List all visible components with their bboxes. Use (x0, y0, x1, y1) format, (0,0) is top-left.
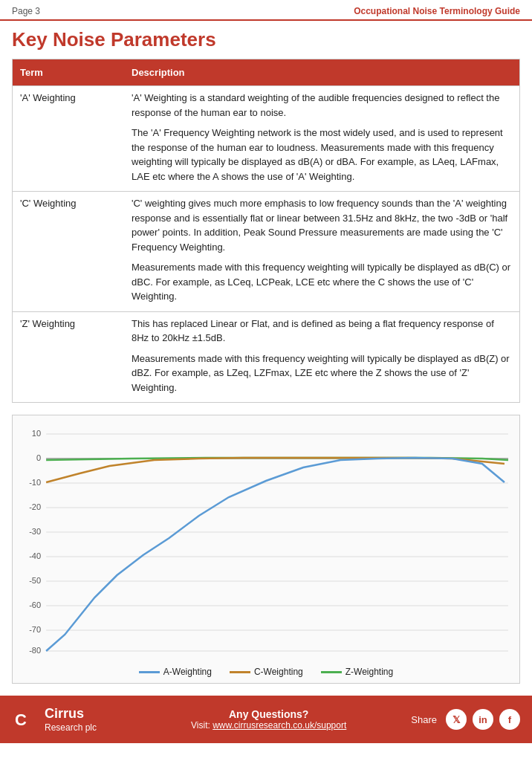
legend-line-c (230, 671, 250, 673)
svg-text:-30: -30 (29, 527, 41, 536)
table-row: 'C' Weighting 'C' weighting gives much m… (13, 191, 519, 311)
legend-label-z: Z-Weighting (346, 667, 393, 677)
legend-line-z (321, 671, 342, 673)
svg-text:-20: -20 (29, 502, 41, 511)
desc-z-weighting: This has replaced Linear or Flat, and is… (124, 312, 519, 403)
svg-text:-10: -10 (29, 478, 41, 487)
svg-text:-70: -70 (29, 625, 41, 634)
page-title: Key Noise Parameters (0, 21, 532, 59)
desc-c-weighting-p1: 'C' weighting gives much more emphasis t… (132, 196, 512, 254)
col-header-description: Description (124, 64, 519, 81)
visit-label: Visit: (191, 720, 210, 731)
share-label: Share (411, 714, 437, 725)
footer-logo: C Cirrus Research plc (12, 706, 97, 733)
legend-line-a (139, 671, 160, 673)
chart-legend: A-Weighting C-Weighting Z-Weighting (20, 661, 512, 683)
visit-line: Visit: www.cirrusresearch.co.uk/support (126, 720, 411, 731)
svg-text:-40: -40 (29, 551, 41, 560)
footer: C Cirrus Research plc Any Questions? Vis… (0, 696, 532, 743)
svg-text:-50: -50 (29, 576, 41, 585)
col-header-term: Term (13, 64, 124, 81)
footer-center: Any Questions? Visit: www.cirrusresearch… (126, 708, 411, 731)
table-header: Term Description (13, 59, 519, 85)
legend-label-a: A-Weighting (163, 667, 212, 677)
svg-text:0: 0 (36, 453, 41, 462)
svg-text:C: C (15, 710, 27, 729)
chart-svg: 10 0 -10 -20 -30 -40 -50 -60 -70 -80 (20, 423, 512, 661)
svg-text:10: 10 (32, 429, 41, 438)
guide-title: Occupational Noise Terminology Guide (354, 6, 520, 16)
linkedin-icon[interactable]: in (473, 709, 493, 730)
svg-text:-60: -60 (29, 600, 41, 609)
term-c-weighting: 'C' Weighting (13, 192, 124, 212)
desc-z-weighting-p1: This has replaced Linear or Flat, and is… (132, 317, 512, 346)
any-questions-label: Any Questions? (126, 708, 411, 720)
legend-a-weighting: A-Weighting (139, 667, 212, 677)
desc-c-weighting: 'C' weighting gives much more emphasis t… (124, 192, 519, 311)
page-header: Page 3 Occupational Noise Terminology Gu… (0, 0, 532, 21)
footer-right: Share 𝕏 in f (411, 709, 520, 730)
table-row: 'Z' Weighting This has replaced Linear o… (13, 311, 519, 403)
legend-label-c: C-Weighting (254, 667, 303, 677)
facebook-icon[interactable]: f (499, 709, 520, 730)
desc-a-weighting-p2: The 'A' Frequency Weighting network is t… (132, 126, 512, 184)
weighting-chart: 10 0 -10 -20 -30 -40 -50 -60 -70 -80 (12, 415, 520, 684)
svg-text:-80: -80 (29, 646, 41, 655)
cirrus-logo-icon: C (12, 706, 39, 733)
twitter-icon[interactable]: 𝕏 (446, 709, 467, 730)
logo-name: Cirrus (45, 706, 97, 722)
desc-z-weighting-p2: Measurements made with this frequency we… (132, 352, 512, 395)
term-z-weighting: 'Z' Weighting (13, 312, 124, 332)
page-number: Page 3 (12, 6, 40, 16)
table-row: 'A' Weighting 'A' Weighting is a standar… (13, 85, 519, 191)
noise-parameters-table: Term Description 'A' Weighting 'A' Weigh… (12, 59, 520, 403)
term-a-weighting: 'A' Weighting (13, 86, 124, 106)
logo-sub: Research plc (45, 722, 97, 733)
legend-c-weighting: C-Weighting (230, 667, 303, 677)
visit-url[interactable]: www.cirrusresearch.co.uk/support (213, 720, 346, 731)
logo-text-block: Cirrus Research plc (45, 706, 97, 733)
desc-a-weighting-p1: 'A' Weighting is a standard weighting of… (132, 91, 512, 120)
desc-a-weighting: 'A' Weighting is a standard weighting of… (124, 86, 519, 191)
desc-c-weighting-p2: Measurements made with this frequency we… (132, 260, 512, 304)
legend-z-weighting: Z-Weighting (321, 667, 393, 677)
